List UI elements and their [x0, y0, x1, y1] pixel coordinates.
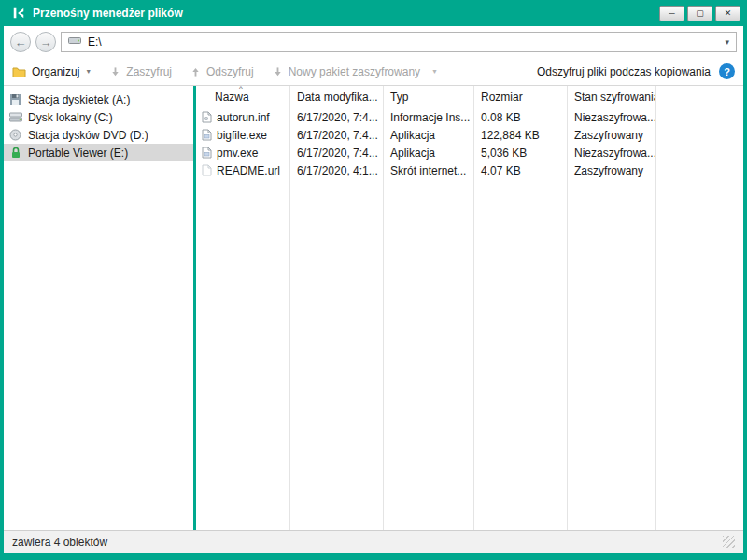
new-encrypted-package-button[interactable]: Nowy pakiet zaszyfrowany	[273, 65, 420, 78]
window-controls: ─ ▢ ✕	[659, 6, 740, 21]
file-list: ^ Nazwa Data modyfika... Typ Rozmiar Sta…	[196, 86, 743, 530]
file-encryption: Zaszyfrowany	[567, 164, 655, 177]
file-name-cell: README.url	[196, 164, 289, 177]
status-bar: zawiera 4 obiektów	[4, 530, 743, 553]
internet-shortcut-file-icon	[202, 164, 212, 176]
application-file-icon	[202, 147, 212, 159]
file-size: 0.08 KB	[473, 111, 567, 124]
content-area: Stacja dyskietek (A:) Dysk lokalny (C:)	[4, 86, 743, 530]
chevron-down-icon: ▼	[85, 68, 92, 75]
setup-information-file-icon	[202, 111, 212, 123]
navigation-bar: ← → E:\ ▾	[4, 26, 743, 58]
folder-icon	[12, 66, 26, 77]
decrypt-on-copy-button[interactable]: Odszyfruj pliki podczas kopiowania	[537, 65, 711, 78]
file-type: Informacje Ins...	[383, 111, 473, 124]
file-name-cell: pmv.exe	[196, 147, 289, 160]
file-encryption: Niezaszyfrowa...	[567, 111, 655, 124]
dvd-icon	[8, 129, 22, 141]
column-header-name[interactable]: Nazwa	[196, 91, 289, 104]
help-icon[interactable]: ?	[719, 63, 735, 79]
file-size: 122,884 KB	[473, 129, 567, 142]
drive-icon	[68, 35, 81, 49]
sidebar-item-label: Dysk lokalny (C:)	[28, 111, 113, 124]
file-name: README.url	[217, 164, 280, 177]
sidebar-item-local-disk-c[interactable]: Dysk lokalny (C:)	[4, 108, 193, 126]
column-header-encryption[interactable]: Stan szyfrowania	[567, 91, 655, 104]
chevron-down-icon[interactable]: ▾	[725, 37, 729, 47]
file-size: 4.07 KB	[473, 164, 567, 177]
minimize-button[interactable]: ─	[659, 6, 684, 21]
table-row[interactable]: README.url 6/17/2020, 4:1... Skrót inter…	[196, 161, 743, 179]
file-type: Skrót internet...	[383, 164, 473, 177]
window-title: Przenośny menedżer plików	[33, 7, 659, 20]
resize-grip[interactable]	[723, 536, 735, 548]
column-header-type[interactable]: Typ	[383, 91, 473, 104]
arrow-up-icon	[190, 66, 201, 77]
new-package-dropdown-chevron[interactable]: ▼	[431, 68, 438, 75]
file-name: autorun.inf	[217, 111, 270, 124]
new-encrypted-package-label: Nowy pakiet zaszyfrowany	[289, 65, 420, 78]
file-modified: 6/17/2020, 7:4...	[289, 147, 383, 160]
toolbar-right-group: Odszyfruj pliki podczas kopiowania ?	[537, 63, 735, 79]
organize-button[interactable]: Organizuj ▼	[12, 65, 92, 78]
forward-button[interactable]: →	[35, 32, 56, 52]
decrypt-button[interactable]: Odszyfruj	[190, 65, 254, 78]
file-encryption: Niezaszyfrowa...	[567, 147, 655, 160]
column-header-size[interactable]: Rozmiar	[473, 91, 567, 104]
maximize-button[interactable]: ▢	[687, 6, 712, 21]
drives-sidebar: Stacja dyskietek (A:) Dysk lokalny (C:)	[4, 86, 193, 530]
file-modified: 6/17/2020, 4:1...	[289, 164, 383, 177]
address-text: E:\	[88, 35, 718, 49]
table-row[interactable]: pmv.exe 6/17/2020, 7:4... Aplikacja 5,03…	[196, 144, 743, 161]
status-text: zawiera 4 obiektów	[12, 536, 107, 549]
file-modified: 6/17/2020, 7:4...	[289, 129, 383, 142]
encrypt-label: Zaszyfruj	[126, 65, 172, 78]
back-button[interactable]: ←	[10, 32, 31, 52]
file-type: Aplikacja	[383, 147, 473, 160]
file-name: pmv.exe	[217, 147, 258, 160]
column-headers: ^ Nazwa Data modyfika... Typ Rozmiar Sta…	[196, 86, 743, 108]
sidebar-item-label: Portable Viewer (E:)	[28, 147, 128, 160]
titlebar: Przenośny menedżer plików ─ ▢ ✕	[4, 0, 743, 26]
file-name: bigfile.exe	[217, 129, 267, 142]
portable-file-manager-window: Przenośny menedżer plików ─ ▢ ✕ ← → E:\ …	[0, 0, 747, 560]
file-type: Aplikacja	[383, 129, 473, 142]
hard-disk-icon	[8, 112, 22, 122]
organize-label: Organizuj	[32, 65, 79, 78]
toolbar: Organizuj ▼ Zaszyfruj Odszyfruj	[4, 58, 743, 86]
arrow-down-icon	[273, 66, 283, 77]
arrow-down-icon	[110, 66, 120, 77]
file-name-cell: autorun.inf	[196, 111, 289, 124]
application-file-icon	[202, 129, 212, 141]
sidebar-item-portable-viewer-e[interactable]: Portable Viewer (E:)	[4, 144, 193, 161]
sidebar-item-dvd-d[interactable]: Stacja dysków DVD (D:)	[4, 126, 193, 144]
file-name-cell: bigfile.exe	[196, 129, 289, 142]
sort-ascending-indicator: ^	[239, 86, 243, 92]
column-header-modified[interactable]: Data modyfika...	[289, 91, 383, 104]
sidebar-item-floppy-a[interactable]: Stacja dyskietek (A:)	[4, 91, 193, 108]
floppy-icon	[8, 93, 22, 105]
table-row[interactable]: bigfile.exe 6/17/2020, 7:4... Aplikacja …	[196, 126, 743, 144]
kaspersky-logo-icon	[12, 7, 25, 20]
green-lock-icon	[8, 147, 22, 159]
file-size: 5,036 KB	[473, 147, 567, 160]
file-encryption: Zaszyfrowany	[567, 129, 655, 142]
encrypt-button[interactable]: Zaszyfruj	[110, 65, 172, 78]
new-package-label-text: Odszyfruj	[206, 65, 254, 78]
address-bar[interactable]: E:\ ▾	[61, 32, 737, 52]
close-button[interactable]: ✕	[715, 6, 740, 21]
sidebar-item-label: Stacja dyskietek (A:)	[28, 93, 130, 106]
file-modified: 6/17/2020, 7:4...	[289, 111, 383, 124]
sidebar-item-label: Stacja dysków DVD (D:)	[28, 129, 148, 142]
table-row[interactable]: autorun.inf 6/17/2020, 7:4... Informacje…	[196, 108, 743, 126]
